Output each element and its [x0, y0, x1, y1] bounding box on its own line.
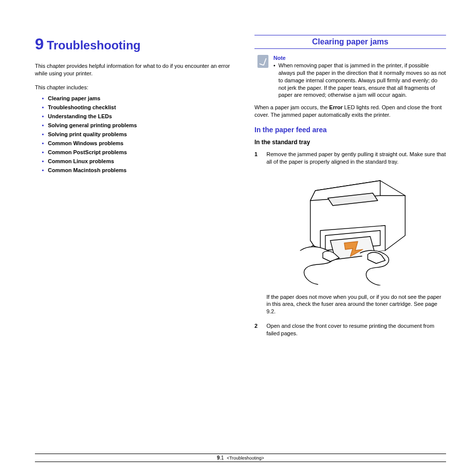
printer-illustration: [254, 171, 446, 286]
toc-item[interactable]: Troubleshooting checklist: [42, 104, 235, 110]
footer-label: <Troubleshooting>: [227, 456, 264, 461]
note-block: Note When removing paper that is jammed …: [254, 55, 446, 99]
page-footer: 9.1<Troubleshooting>: [35, 454, 446, 462]
note-icon: [257, 55, 268, 68]
jam-para-bold: Error: [329, 104, 343, 110]
toc-item[interactable]: Common Linux problems: [42, 158, 235, 164]
chapter-heading: 9Troubleshooting: [35, 35, 235, 53]
toc-item[interactable]: Solving print quality problems: [42, 131, 235, 137]
left-column: 9Troubleshooting This chapter provides h…: [35, 35, 235, 342]
toc-item[interactable]: Solving general printing problems: [42, 122, 235, 128]
toc-item[interactable]: Clearing paper jams: [42, 95, 235, 101]
note-label: Note: [273, 55, 446, 61]
chapter-number: 9: [35, 35, 44, 53]
step-text: Open and close the front cover to resume…: [266, 322, 446, 337]
jam-paragraph: When a paper jam occurs, the Error LED l…: [254, 104, 446, 119]
subsection-heading: In the paper feed area: [254, 126, 446, 134]
step-number: 1: [254, 151, 260, 166]
toc-item[interactable]: Common Macintosh problems: [42, 167, 235, 173]
jam-para-pre: When a paper jam occurs, the: [254, 104, 329, 110]
step-2: 2 Open and close the front cover to resu…: [254, 322, 446, 337]
toc-item[interactable]: Understanding the LEDs: [42, 113, 235, 119]
note-text: When removing paper that is jammed in th…: [273, 62, 446, 99]
step-1: 1 Remove the jammed paper by gently pull…: [254, 151, 446, 166]
tray-heading: In the standard tray: [254, 139, 446, 146]
chapter-toc: Clearing paper jams Troubleshooting chec…: [35, 95, 235, 173]
includes-label: This chapter includes:: [35, 84, 235, 90]
step-number: 2: [254, 322, 260, 337]
chapter-intro: This chapter provides helpful informatio…: [35, 62, 235, 77]
toc-item[interactable]: Common Windows problems: [42, 140, 235, 146]
printer-svg: [280, 171, 420, 285]
right-column: Clearing paper jams Note When removing p…: [254, 35, 446, 342]
toc-item[interactable]: Common PostScript problems: [42, 149, 235, 155]
footer-sub: .1: [220, 455, 224, 461]
section-heading: Clearing paper jams: [254, 35, 446, 49]
step-1-after: If the paper does not move when you pull…: [266, 293, 446, 316]
chapter-title: Troubleshooting: [47, 38, 141, 52]
step-text: Remove the jammed paper by gently pullin…: [266, 151, 446, 166]
